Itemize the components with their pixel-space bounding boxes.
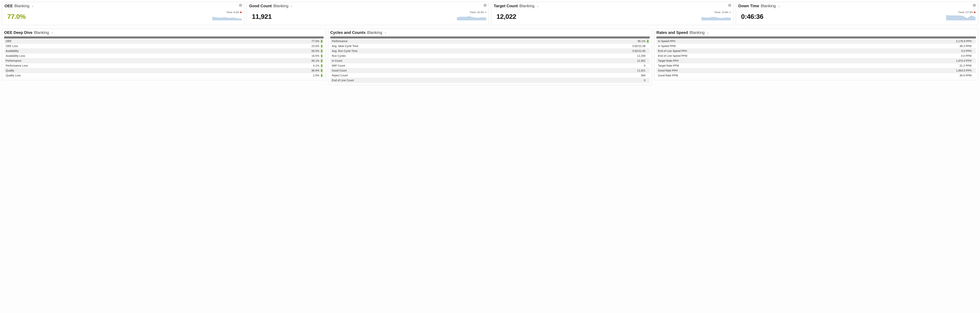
row-label: End of Line Speed PPM: [656, 54, 857, 58]
table-row: In Speed PPM36.3 PPM: [656, 44, 976, 49]
sparkline-chart: [212, 14, 242, 21]
trend-block: Trend -6.0%: [212, 11, 242, 21]
row-value: 4.1%: [226, 63, 321, 68]
row-label: Good Rate PPM: [656, 73, 857, 78]
chevron-double-down-icon[interactable]: »: [384, 32, 387, 34]
table-row: End of Line Count0: [330, 78, 650, 83]
table-row: Availability Loss16.5%: [4, 54, 324, 58]
table-row: Availability83.5%: [4, 49, 324, 54]
row-value: 16.5%: [226, 54, 321, 58]
row-value: 95.1%: [226, 58, 321, 63]
row-label: Performance: [4, 58, 226, 63]
panel-title: OEE Deep Dive: [4, 30, 33, 35]
trend-dot-icon: [974, 11, 975, 13]
row-label: Avg. Ideal Cycle Time: [330, 44, 536, 49]
row-pip-cell: [647, 54, 650, 58]
info-icon[interactable]: i: [484, 4, 487, 7]
panel-header: Rates and Speed Blanking »: [656, 30, 976, 35]
table-row: Performance95.1%: [330, 39, 650, 44]
row-label: Quality Loss: [4, 73, 226, 78]
table-row: Quality96.9%: [4, 68, 324, 73]
row-pip-cell: [647, 63, 650, 68]
row-value: 1,870.4 PPH: [857, 58, 973, 63]
panel-subtitle: Blanking: [34, 30, 49, 35]
row-label: In Speed PPH: [656, 39, 857, 44]
trend-text: Trend +27.8%: [958, 11, 973, 14]
row-value: 1,854.5 PPH: [857, 68, 973, 73]
row-label: Target Rate PPM: [656, 63, 857, 68]
row-value: 0.0 PPH: [857, 49, 973, 54]
info-icon[interactable]: i: [973, 4, 976, 7]
sparkline-chart: [946, 14, 975, 21]
panel-title: Cycles and Counts: [330, 30, 366, 35]
panel-oee-deep-dive: OEE Deep Dive Blanking » OEE77.0%OEE Los…: [2, 29, 326, 80]
kpi-title: Down Time: [738, 4, 759, 8]
chevron-double-down-icon[interactable]: »: [778, 6, 781, 7]
row-value: 384: [536, 73, 647, 78]
chevron-double-down-icon[interactable]: »: [291, 6, 293, 7]
table-row: End of Line Speed PPH0.0 PPH: [656, 49, 976, 54]
kpi-header: OEEBlanking»: [5, 4, 242, 8]
trend-text: Trend -13.8%: [714, 11, 728, 14]
status-pip-icon: [647, 40, 649, 43]
kpi-card: Target CountBlanking»i12,022Trend -13.8%: [491, 2, 733, 25]
panel-accent-bar: [656, 37, 976, 38]
kpi-header: Good CountBlanking»: [249, 4, 486, 8]
panel-header: Cycles and Counts Blanking »: [330, 30, 650, 35]
panel-subtitle: Blanking: [367, 30, 382, 35]
row-label: Availability: [4, 49, 226, 54]
row-label: Target Rate PPH: [656, 58, 857, 63]
row-pip-cell: [321, 49, 324, 54]
chevron-double-down-icon[interactable]: »: [706, 32, 710, 34]
trend-label: Trend -13.8%: [714, 11, 731, 14]
deepdive-table: OEE77.0%OEE Loss23.0%Availability83.5%Av…: [4, 39, 324, 78]
kpi-subtitle: Blanking: [519, 4, 535, 8]
row-pip-cell: [973, 54, 976, 58]
table-row: WIP Count0: [330, 63, 650, 68]
row-value: 95.1%: [536, 39, 647, 44]
row-value: 0.0 PPM: [857, 54, 973, 58]
panel-subtitle: Blanking: [689, 30, 705, 35]
row-label: Quality: [4, 68, 226, 73]
row-pip-cell: [321, 73, 324, 78]
row-label: In Count: [330, 58, 536, 63]
row-label: Good Rate PPH: [656, 68, 857, 73]
sparkline-chart: [702, 14, 731, 21]
info-icon[interactable]: i: [239, 4, 242, 7]
chevron-double-down-icon[interactable]: »: [51, 32, 54, 34]
row-pip-cell: [647, 49, 650, 54]
status-pip-icon: [321, 59, 323, 62]
row-label: OEE: [4, 39, 226, 44]
row-label: Availability Loss: [4, 54, 226, 58]
table-row: OEE Loss23.0%: [4, 44, 324, 49]
kpi-body: 0:46:36Trend +27.8%: [738, 11, 975, 21]
kpi-subtitle: Blanking: [274, 4, 288, 8]
kpi-body: 11,921Trend -19.3%: [249, 11, 486, 21]
table-row: In Speed PPH2,176.9 PPH: [656, 39, 976, 44]
chevron-double-down-icon[interactable]: »: [537, 6, 539, 7]
row-label: Avg. Run Cycle Time: [330, 49, 536, 54]
sparkline-chart: [457, 14, 486, 21]
info-icon[interactable]: i: [728, 4, 731, 7]
row-label: Good Count: [330, 68, 536, 73]
row-pip-cell: [647, 73, 650, 78]
row-pip-cell: [321, 68, 324, 73]
row-pip-cell: [647, 78, 650, 83]
table-row: Good Rate PPM30.9 PPM: [656, 73, 976, 78]
row-value: 23.0%: [226, 44, 321, 49]
row-label: Run Cycles: [330, 54, 536, 58]
kpi-card: OEEBlanking»i77.0%Trend -6.0%: [2, 2, 244, 25]
kpi-value: 12,022: [494, 13, 516, 21]
kpi-subtitle: Blanking: [760, 4, 776, 8]
row-value: 0:00:01.60: [536, 49, 647, 54]
row-pip-cell: [973, 63, 976, 68]
panel-accent-bar: [330, 37, 650, 38]
row-value: 2.5%: [226, 73, 321, 78]
table-row: Performance Loss4.1%: [4, 63, 324, 68]
chevron-double-down-icon[interactable]: »: [32, 6, 34, 7]
row-label: Performance: [330, 39, 536, 44]
row-pip-cell: [321, 58, 324, 63]
kpi-row: OEEBlanking»i77.0%Trend -6.0%Good CountB…: [2, 2, 978, 25]
row-pip-cell: [321, 63, 324, 68]
table-row: Avg. Ideal Cycle Time0:00:01.58: [330, 44, 650, 49]
